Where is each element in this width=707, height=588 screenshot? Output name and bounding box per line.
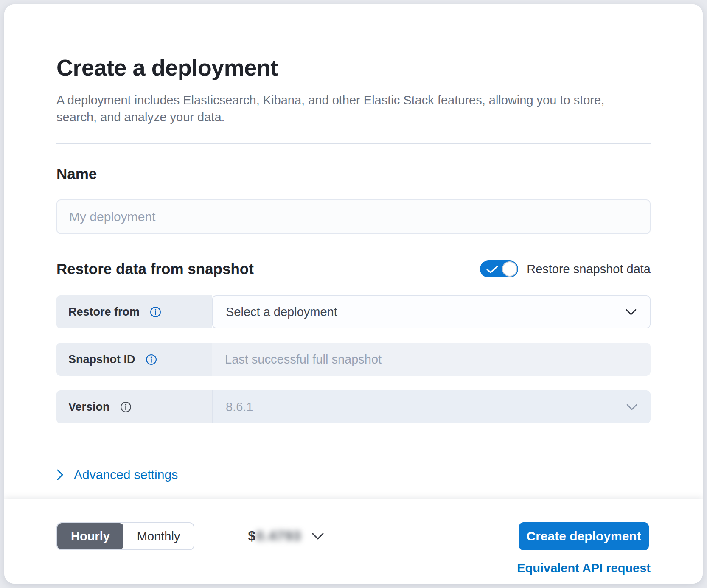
restore-from-label: Restore from [68, 305, 140, 319]
snapshot-id-row: Snapshot ID Last successful full snapsho… [56, 343, 651, 376]
version-row: Version 8.6.1 [56, 390, 651, 423]
deployment-name-input[interactable] [56, 199, 651, 234]
name-section-heading: Name [56, 165, 651, 182]
toggle-knob [502, 261, 517, 277]
version-select: 8.6.1 [212, 390, 651, 423]
billing-monthly-button[interactable]: Monthly [123, 523, 194, 549]
chevron-right-icon [56, 469, 64, 481]
restore-from-row: Restore from Select a deployment [56, 295, 651, 328]
restore-snapshot-toggle-label: Restore snapshot data [527, 262, 651, 276]
main-content: Create a deployment A deployment include… [4, 4, 703, 499]
advanced-settings-link[interactable]: Advanced settings [56, 468, 178, 482]
restore-snapshot-toggle[interactable] [480, 260, 518, 277]
version-label-cell: Version [56, 390, 212, 423]
snapshot-id-input: Last successful full snapshot [212, 343, 651, 376]
price-currency: $ [248, 529, 255, 544]
info-icon[interactable] [146, 354, 157, 365]
info-icon[interactable] [150, 306, 161, 318]
version-selected-value: 8.6.1 [226, 400, 253, 414]
create-deployment-card: Create a deployment A deployment include… [4, 4, 703, 584]
page-subtitle: A deployment includes Elasticsearch, Kib… [56, 92, 627, 126]
snapshot-id-label: Snapshot ID [68, 353, 135, 366]
equivalent-api-request-link[interactable]: Equivalent API request [517, 561, 651, 575]
restore-from-select[interactable]: Select a deployment [212, 295, 651, 328]
price-display: $ 0.4793 [248, 522, 324, 550]
version-label: Version [68, 400, 110, 414]
snapshot-id-placeholder: Last successful full snapshot [225, 353, 382, 367]
snapshot-section-heading: Restore data from snapshot [56, 260, 254, 277]
create-deployment-button[interactable]: Create deployment [519, 522, 649, 550]
advanced-settings-label: Advanced settings [74, 468, 178, 482]
chevron-down-icon [626, 403, 638, 411]
chevron-down-icon [625, 308, 637, 316]
info-icon[interactable] [120, 401, 132, 413]
check-icon [486, 265, 499, 275]
restore-from-label-cell: Restore from [56, 295, 212, 328]
chevron-down-icon[interactable] [311, 532, 324, 540]
billing-period-toggle: Hourly Monthly [56, 522, 194, 550]
price-amount-blurred: 0.4793 [256, 529, 302, 544]
snapshot-id-label-cell: Snapshot ID [56, 343, 212, 376]
section-divider [56, 143, 651, 144]
page-title: Create a deployment [56, 54, 651, 81]
restore-from-selected-value: Select a deployment [226, 305, 337, 319]
billing-hourly-button[interactable]: Hourly [57, 523, 123, 549]
footer-bar: Hourly Monthly $ 0.4793 Create deploymen… [4, 499, 703, 584]
